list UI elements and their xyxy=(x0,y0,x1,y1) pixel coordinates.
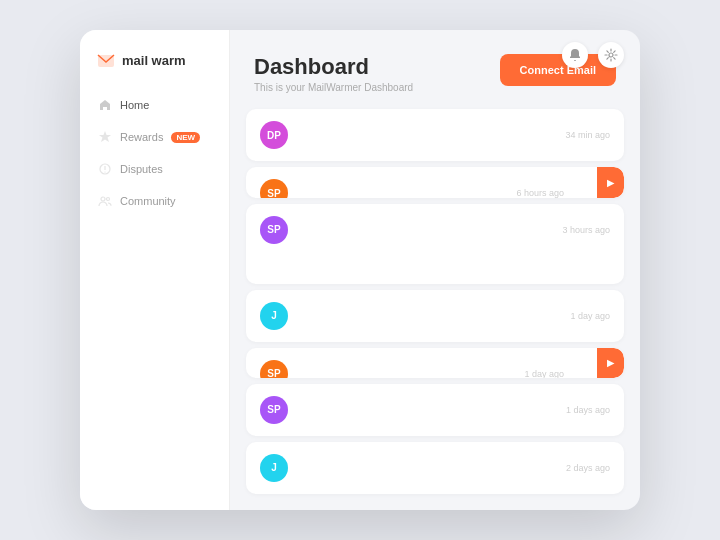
feed-card-5: SP 1 day ago ▶ xyxy=(246,348,624,378)
disputes-icon xyxy=(98,162,112,176)
feed-card-4: J 1 day ago xyxy=(246,290,624,342)
rewards-badge: NEW xyxy=(171,132,200,143)
avatar-3: SP xyxy=(260,216,288,244)
card-row: SP 3 hours ago xyxy=(260,216,610,244)
avatar-1: DP xyxy=(260,121,288,149)
top-right-icons xyxy=(562,42,624,68)
card-time-1: 34 min ago xyxy=(565,130,610,140)
sidebar: mail warm Home Rewards NEW xyxy=(80,30,230,510)
settings-button[interactable] xyxy=(598,42,624,68)
sidebar-label-community: Community xyxy=(120,195,176,207)
card-action-2[interactable]: ▶ xyxy=(597,167,624,197)
sidebar-nav: Home Rewards NEW Disputes xyxy=(80,90,229,216)
feed-card-7: J 2 days ago xyxy=(246,442,624,494)
logo: mail warm xyxy=(80,50,229,90)
main-content: Dashboard This is your MailWarmer Dashbo… xyxy=(230,30,640,510)
logo-icon xyxy=(96,50,116,70)
avatar-4: J xyxy=(260,302,288,330)
bell-icon xyxy=(568,48,582,62)
card-left: J xyxy=(260,302,288,330)
card-left: J xyxy=(260,454,288,482)
sidebar-label-home: Home xyxy=(120,99,149,111)
avatar-2: SP xyxy=(260,179,288,197)
sidebar-item-home[interactable]: Home xyxy=(88,90,221,120)
header-text: Dashboard This is your MailWarmer Dashbo… xyxy=(254,54,413,93)
sidebar-label-disputes: Disputes xyxy=(120,163,163,175)
card-row: SP 1 days ago xyxy=(260,396,610,424)
card-time-5: 1 day ago xyxy=(524,369,564,378)
home-icon xyxy=(98,98,112,112)
community-icon xyxy=(98,194,112,208)
card-time-2: 6 hours ago xyxy=(516,188,564,197)
feed-card-1: DP 34 min ago xyxy=(246,109,624,161)
sidebar-item-disputes[interactable]: Disputes xyxy=(88,154,221,184)
card-left: SP xyxy=(260,216,288,244)
card-time-4: 1 day ago xyxy=(570,311,610,321)
svg-point-5 xyxy=(104,171,105,172)
card-left: SP xyxy=(260,396,288,424)
card-row: SP 1 day ago xyxy=(260,360,564,378)
card-row: SP 6 hours ago xyxy=(260,179,564,197)
rewards-icon xyxy=(98,130,112,144)
avatar-5: SP xyxy=(260,360,288,378)
card-left: SP xyxy=(260,360,288,378)
card-left: SP xyxy=(260,179,288,197)
app-name: mail warm xyxy=(122,53,186,68)
card-time-6: 1 days ago xyxy=(566,405,610,415)
page-subtitle: This is your MailWarmer Dashboard xyxy=(254,82,413,93)
svg-marker-2 xyxy=(99,131,111,142)
feed-card-6: SP 1 days ago xyxy=(246,384,624,436)
feed-card-3: SP 3 hours ago xyxy=(246,204,624,284)
svg-point-6 xyxy=(101,197,105,201)
activity-feed: DP 34 min ago SP 6 hours ago ▶ xyxy=(230,105,640,510)
svg-point-7 xyxy=(107,198,110,201)
avatar-6: SP xyxy=(260,396,288,424)
card-time-3: 3 hours ago xyxy=(562,225,610,235)
sidebar-label-rewards: Rewards xyxy=(120,131,163,143)
notification-button[interactable] xyxy=(562,42,588,68)
card-row: J 1 day ago xyxy=(260,302,610,330)
card-left: DP xyxy=(260,121,288,149)
feed-card-2: SP 6 hours ago ▶ xyxy=(246,167,624,197)
sidebar-item-rewards[interactable]: Rewards NEW xyxy=(88,122,221,152)
card-time-7: 2 days ago xyxy=(566,463,610,473)
card-action-5[interactable]: ▶ xyxy=(597,348,624,378)
sidebar-item-community[interactable]: Community xyxy=(88,186,221,216)
page-title: Dashboard xyxy=(254,54,413,80)
avatar-7: J xyxy=(260,454,288,482)
card-row: J 2 days ago xyxy=(260,454,610,482)
card-row: DP 34 min ago xyxy=(260,121,610,149)
svg-point-8 xyxy=(609,53,613,57)
app-window: mail warm Home Rewards NEW xyxy=(80,30,640,510)
gear-icon xyxy=(604,48,618,62)
